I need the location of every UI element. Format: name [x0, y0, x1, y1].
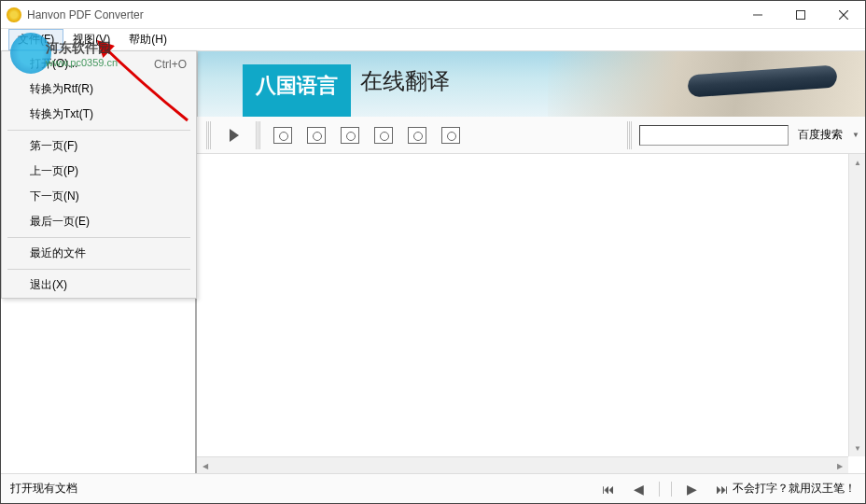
- nav-separator: [659, 482, 660, 497]
- statusbar: 打开现有文档 ⏮ ◀ ▶ ⏭ 不会打字？就用汉王笔！: [1, 473, 865, 503]
- menu-next-page[interactable]: 下一页(N): [2, 184, 196, 209]
- banner-text: 在线翻译: [360, 66, 450, 117]
- toolbar-grip: [256, 121, 260, 149]
- document-view: ▲ ▼ ◀ ▶: [197, 154, 865, 473]
- menu-prev-page[interactable]: 上一页(P): [2, 159, 196, 184]
- app-window: Hanvon PDF Converter 文件(F) 视图(V) 帮助(H) 打…: [0, 0, 866, 504]
- nav-next-button[interactable]: ▶: [683, 480, 701, 498]
- menu-recent-files[interactable]: 最近的文件: [2, 241, 196, 266]
- status-promo[interactable]: 不会打字？就用汉王笔！: [733, 481, 856, 497]
- file-dropdown: 打开(O)... Ctrl+O 转换为Rtf(R) 转换为Txt(T) 第一页(…: [1, 50, 197, 299]
- menu-view[interactable]: 视图(V): [63, 29, 119, 50]
- nav-separator: [671, 482, 672, 497]
- zoom-out-icon: [307, 127, 326, 144]
- scroll-track[interactable]: [214, 457, 831, 473]
- rotate-button[interactable]: [436, 121, 466, 149]
- close-button[interactable]: [822, 1, 865, 29]
- fit-page-button[interactable]: [369, 121, 398, 149]
- fit-page-icon: [374, 127, 393, 144]
- menu-convert-rtf[interactable]: 转换为Rtf(R): [2, 77, 196, 102]
- minimize-icon: [753, 10, 762, 20]
- banner-badge: 八国语言: [243, 64, 351, 117]
- pen-icon: [687, 64, 837, 97]
- nav-last-button[interactable]: ⏭: [712, 480, 733, 498]
- scroll-up-icon[interactable]: ▲: [849, 154, 865, 171]
- banner[interactable]: 八国语言 在线翻译: [197, 51, 865, 117]
- menu-file[interactable]: 文件(F): [8, 29, 63, 50]
- maximize-icon: [796, 10, 805, 20]
- menu-open[interactable]: 打开(O)... Ctrl+O: [2, 51, 196, 77]
- page-navigation: ⏮ ◀ ▶ ⏭: [598, 480, 733, 498]
- scroll-down-icon[interactable]: ▼: [849, 440, 865, 456]
- toolbar: 百度搜索 ▼: [197, 117, 865, 154]
- maximize-button[interactable]: [779, 1, 822, 29]
- scroll-left-icon[interactable]: ◀: [197, 457, 214, 473]
- play-icon: [230, 129, 239, 142]
- minimize-button[interactable]: [736, 1, 779, 29]
- search-engine-label[interactable]: 百度搜索: [792, 127, 848, 143]
- menu-separator: [7, 237, 190, 238]
- menu-convert-txt[interactable]: 转换为Txt(T): [2, 102, 196, 127]
- close-icon: [839, 10, 848, 20]
- nav-prev-button[interactable]: ◀: [630, 480, 648, 498]
- menu-open-label: 打开(O)...: [30, 56, 154, 72]
- menu-first-page[interactable]: 第一页(F): [2, 133, 196, 159]
- search-area: 百度搜索 ▼: [623, 121, 859, 149]
- toolbar-grip: [206, 121, 211, 149]
- status-message: 打开现有文档: [10, 481, 598, 497]
- menu-last-page[interactable]: 最后一页(E): [2, 209, 196, 234]
- menu-separator: [7, 130, 190, 131]
- window-title: Hanvon PDF Converter: [27, 8, 736, 21]
- menu-separator: [7, 269, 190, 270]
- vertical-scrollbar[interactable]: ▲ ▼: [848, 154, 865, 456]
- titlebar: Hanvon PDF Converter: [1, 1, 865, 29]
- horizontal-scrollbar[interactable]: ◀ ▶: [197, 456, 848, 473]
- dropdown-arrow-icon[interactable]: ▼: [852, 131, 859, 139]
- zoom-in-button[interactable]: [268, 121, 298, 149]
- menu-open-shortcut: Ctrl+O: [154, 58, 187, 71]
- app-icon: [7, 7, 21, 22]
- scroll-right-icon[interactable]: ▶: [831, 457, 848, 473]
- nav-first-button[interactable]: ⏮: [598, 480, 619, 498]
- svg-rect-1: [797, 10, 805, 19]
- toolbar-grip: [627, 121, 632, 149]
- fit-width-icon: [341, 127, 359, 144]
- fit-width-button[interactable]: [335, 121, 365, 149]
- zoom-out-button[interactable]: [301, 121, 331, 149]
- banner-image: [548, 51, 865, 117]
- rotate-icon: [441, 127, 460, 144]
- window-controls: [736, 1, 865, 29]
- play-button[interactable]: [218, 121, 248, 149]
- menu-exit[interactable]: 退出(X): [2, 273, 196, 298]
- search-input[interactable]: [639, 125, 789, 146]
- zoom-in-icon: [273, 127, 292, 144]
- menu-help[interactable]: 帮助(H): [119, 29, 176, 50]
- actual-size-button[interactable]: [402, 121, 432, 149]
- actual-size-icon: [408, 127, 426, 144]
- menubar: 文件(F) 视图(V) 帮助(H) 打开(O)... Ctrl+O 转换为Rtf…: [1, 29, 865, 51]
